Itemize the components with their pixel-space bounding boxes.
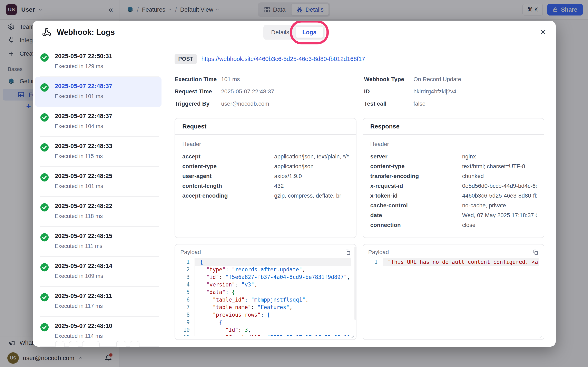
header-value: Wed, 07 May 2025 17:18:37 GMT [462, 212, 537, 218]
close-icon[interactable]: ✕ [540, 28, 546, 36]
header-key: accept [182, 154, 274, 160]
log-time: 2025-05-07 22:48:15 [55, 233, 159, 239]
log-time: 2025-05-07 22:48:25 [55, 173, 159, 179]
request-url-row: POST https://webhook.site/4460b3c6-5d25-… [174, 54, 544, 64]
code-line: 9 { [180, 319, 351, 326]
header-value: axios/1.9.0 [274, 173, 302, 179]
log-item[interactable]: 2025-05-07 22:48:25Executed in 101 ms [33, 167, 164, 197]
log-item[interactable]: 2025-05-07 22:50:31Executed in 129 ms [33, 47, 164, 77]
request-panel-title: Request [175, 118, 356, 135]
code-line: 1{ [180, 258, 351, 266]
code-line: 8 "previous_rows": [ [180, 311, 351, 319]
header-panels: Request Header acceptapplication/json, t… [174, 118, 544, 238]
header-value: application/json [274, 163, 314, 169]
success-check-icon [40, 173, 49, 182]
copy-icon[interactable] [345, 249, 351, 255]
log-item[interactable]: 2025-05-07 22:48:14Executed in 109 ms [33, 257, 164, 287]
payload-panels: Payload 1{2 "type": "records.after.updat… [174, 244, 544, 340]
request-payload-box: Payload 1{2 "type": "records.after.updat… [174, 244, 356, 340]
log-item[interactable]: 2025-05-07 22:48:11Executed in 117 ms [33, 287, 164, 317]
tab-details[interactable]: Details [265, 26, 295, 38]
request-payload-code[interactable]: 1{2 "type": "records.after.update",3 "id… [180, 258, 351, 336]
header-value: no-cache, private [462, 202, 506, 209]
header-row: x-request-id0e5d56d0-bccb-44d9-bd4c-6e12… [370, 183, 537, 189]
success-check-icon [40, 83, 49, 92]
log-item[interactable]: 2025-05-07 22:48:22Executed in 118 ms [33, 197, 164, 227]
resize-handle-icon[interactable] [538, 334, 542, 338]
response-payload-label: Payload [368, 249, 389, 256]
line-number: 10 [180, 326, 195, 334]
meta-label: Execution Time [174, 76, 221, 83]
log-duration: Executed in 114 ms [55, 333, 159, 339]
success-check-icon [40, 323, 49, 332]
line-number: 5 [180, 289, 195, 296]
meta-label: Webhook Type [364, 76, 414, 83]
header-row: user-agentaxios/1.9.0 [182, 173, 349, 179]
header-key: accept-encoding [182, 193, 274, 199]
request-headers-table: acceptapplication/json, text/plain, */*c… [182, 154, 349, 199]
pagination-button[interactable] [69, 341, 78, 347]
modal-tab-group: Details Logs [263, 25, 325, 40]
log-duration: Executed in 115 ms [55, 153, 159, 159]
meta-value: user@nocodb.com [221, 100, 364, 107]
meta-value: false [414, 100, 544, 107]
copy-icon[interactable] [532, 249, 539, 255]
log-time: 2025-05-07 22:48:33 [55, 142, 159, 150]
modal-title: Webhook: Logs [57, 28, 115, 37]
response-headers-table: servernginxcontent-typetext/html; charse… [370, 154, 537, 228]
pagination-button[interactable] [55, 341, 65, 347]
line-number: 8 [180, 311, 195, 319]
code-line: 6 "table_id": "mbmppjnstflsqq1", [180, 296, 351, 304]
code-line: 11 "CreatedAt": "2025-05-07 17:18:33+00:… [180, 334, 351, 336]
success-check-icon [40, 53, 49, 62]
header-key: date [370, 212, 462, 218]
header-key: x-token-id [370, 193, 462, 199]
log-time: 2025-05-07 22:50:31 [55, 53, 159, 59]
pagination-button[interactable] [130, 341, 139, 347]
header-value: nginx [462, 154, 476, 160]
success-check-icon [40, 233, 49, 242]
meta-label: Test call [364, 100, 414, 107]
tab-logs[interactable]: Logs [295, 26, 323, 38]
success-check-icon [40, 293, 49, 302]
log-duration: Executed in 117 ms [55, 303, 159, 309]
log-detail-panel: POST https://webhook.site/4460b3c6-5d25-… [164, 44, 556, 347]
log-item[interactable]: 2025-05-07 22:48:15Executed in 111 ms [33, 227, 164, 257]
line-number: 3 [180, 273, 195, 281]
line-number: 11 [180, 334, 195, 336]
response-payload-code[interactable]: 1"This URL has no default content config… [368, 258, 539, 336]
log-item[interactable]: 2025-05-07 22:48:37Executed in 104 ms [33, 107, 164, 137]
request-meta-grid: Execution Time101 msWebhook TypeOn Recor… [174, 76, 544, 107]
screen: US User « / Features / Default View [0, 0, 588, 367]
header-value: 0e5d56d0-bccb-44d9-bd4c-6e12f1a1c2e5 [462, 183, 537, 189]
http-method-badge: POST [174, 54, 197, 64]
line-number: 1 [368, 258, 383, 266]
code-line: 5 "data": { [180, 289, 351, 296]
pagination-button[interactable] [116, 341, 126, 347]
meta-label: ID [364, 88, 414, 95]
response-payload-box: Payload 1"This URL has no default conten… [363, 244, 545, 340]
line-number: 9 [180, 319, 195, 326]
line-number: 2 [180, 266, 195, 273]
header-key: connection [370, 222, 462, 228]
log-item[interactable]: 2025-05-07 22:48:37Executed in 101 ms [35, 77, 162, 107]
header-row: accept-encodinggzip, compress, deflate, … [182, 193, 349, 199]
log-list: 2025-05-07 22:50:31Executed in 129 ms202… [33, 44, 164, 347]
meta-label: Triggered By [174, 100, 221, 107]
webhook-logs-modal: Webhook: Logs Details Logs ✕ 2025-05-07 … [33, 21, 556, 347]
meta-value: On Record Update [414, 76, 544, 83]
header-key: content-length [182, 183, 274, 189]
header-row: x-token-id4460b3c6-5d25-46e3-8d80-fb012d… [370, 193, 537, 199]
code-line: 1"This URL has no default content config… [368, 258, 539, 266]
request-header-label: Header [182, 141, 349, 147]
request-panel: Request Header acceptapplication/json, t… [174, 118, 356, 238]
log-item[interactable]: 2025-05-07 22:48:33Executed in 115 ms [33, 137, 164, 167]
response-panel-title: Response [363, 118, 544, 135]
pagination-button[interactable] [82, 341, 100, 347]
resize-handle-icon[interactable] [350, 334, 354, 338]
meta-label: Request Time [174, 88, 221, 95]
webhook-url-link[interactable]: https://webhook.site/4460b3c6-5d25-46e3-… [201, 56, 365, 62]
request-payload-label: Payload [180, 249, 201, 256]
log-time: 2025-05-07 22:48:10 [55, 322, 159, 329]
scrollbar[interactable] [355, 247, 356, 320]
